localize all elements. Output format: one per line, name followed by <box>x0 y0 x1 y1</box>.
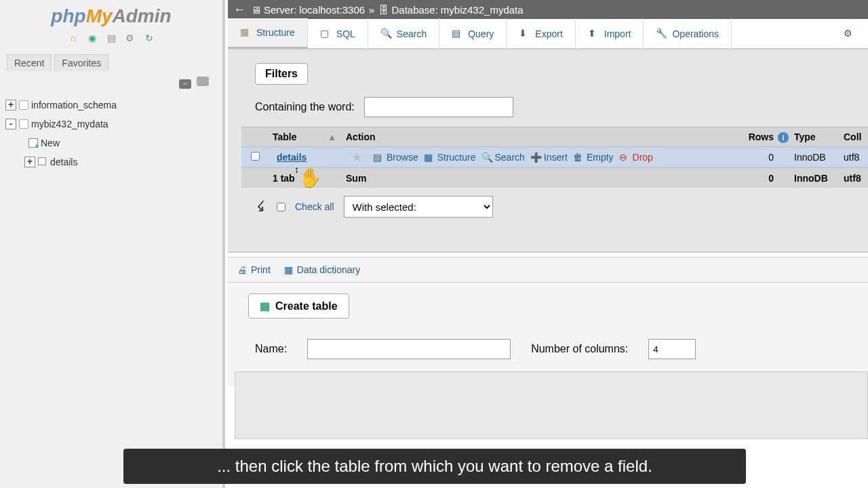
table-name-input[interactable] <box>307 339 511 359</box>
col-type[interactable]: Type <box>790 131 841 142</box>
collapse-icon[interactable]: − <box>179 79 191 89</box>
collapse-icon[interactable]: - <box>5 119 16 129</box>
tree-db-mybiz[interactable]: - mybiz432_mydata <box>5 115 217 134</box>
sum-engine: InnoDB <box>790 173 841 184</box>
tree-new[interactable]: New <box>5 134 217 152</box>
database-icon <box>19 119 28 129</box>
name-label: Name: <box>255 343 287 355</box>
sort-icon[interactable]: ▴ <box>330 131 342 142</box>
tab-import[interactable]: ⬆Import <box>576 18 644 49</box>
sum-rows: 0 <box>730 173 778 184</box>
sidebar-toggles: − <box>0 74 222 92</box>
db-icon: 🗄 <box>378 4 389 16</box>
tab-operations[interactable]: 🔧Operations <box>644 18 731 49</box>
action-empty[interactable]: 🗑Empty <box>573 152 614 163</box>
tab-recent[interactable]: Recent <box>7 54 52 71</box>
server-icon: 🖥 <box>251 4 261 16</box>
action-structure[interactable]: ▦Structure <box>424 152 476 163</box>
tab-label: Export <box>535 28 562 39</box>
below-actions: 🖨Print ▦Data dictionary <box>228 257 868 282</box>
reload-icon[interactable]: ↻ <box>142 33 156 46</box>
browse-icon: ▤ <box>373 152 384 163</box>
logo: phpMyAdmin <box>0 0 222 30</box>
row-count: 0 <box>730 152 778 163</box>
logout-icon[interactable]: ◉ <box>85 33 99 46</box>
tab-structure[interactable]: ▦Structure <box>228 18 308 49</box>
print-icon: 🖨 <box>237 264 247 275</box>
empty-panel <box>235 371 868 439</box>
db-value[interactable]: mybiz432_mydata <box>441 4 524 16</box>
tree-db-information-schema[interactable]: + information_schema <box>5 96 217 115</box>
row-engine: InnoDB <box>790 152 841 163</box>
gear-icon: ⚙ <box>844 28 856 40</box>
logo-my: My <box>86 5 113 26</box>
back-icon[interactable]: ← <box>233 3 245 17</box>
tab-query[interactable]: ▤Query <box>439 18 507 49</box>
row-checkbox[interactable] <box>251 152 260 161</box>
filter-input[interactable] <box>364 97 513 117</box>
query-icon: ▤ <box>452 28 464 40</box>
tab-sql[interactable]: ▢SQL <box>308 18 368 49</box>
new-label: New <box>41 138 60 148</box>
sidebar-tabs: Recent Favorites <box>0 52 222 74</box>
tab-favorites[interactable]: Favorites <box>54 54 108 71</box>
print-link[interactable]: 🖨Print <box>237 264 271 275</box>
link-icon[interactable] <box>197 77 209 86</box>
action-drop[interactable]: ⊖Drop <box>619 152 653 163</box>
server-value[interactable]: localhost:3306 <box>299 4 365 16</box>
settings-icon[interactable]: ⚙ <box>123 33 137 46</box>
action-browse[interactable]: ▤Browse <box>373 152 418 163</box>
db-tree: + information_schema - mybiz432_mydata N… <box>0 92 222 171</box>
drop-icon: ⊖ <box>619 152 630 163</box>
tab-label: Structure <box>256 27 295 38</box>
action-insert[interactable]: ➕Insert <box>530 152 568 163</box>
col-rows[interactable]: Rows <box>730 131 778 142</box>
db-label: Database: <box>391 4 437 16</box>
tab-export[interactable]: ⬇Export <box>507 18 575 49</box>
tab-search[interactable]: 🔍Search <box>368 18 439 49</box>
sep: » <box>369 4 374 16</box>
main-tabs: ▦Structure ▢SQL 🔍Search ▤Query ⬇Export ⬆… <box>228 19 868 49</box>
checkall-label[interactable]: Check all <box>295 201 334 212</box>
col-coll[interactable]: Coll <box>841 131 868 142</box>
expand-icon[interactable]: + <box>5 100 16 110</box>
database-icon <box>19 100 28 110</box>
tree-table-details[interactable]: + details <box>5 152 217 171</box>
dict-icon: ▦ <box>284 264 293 275</box>
rows-info[interactable]: i <box>778 131 790 143</box>
breadcrumb: ← 🖥 Server: localhost:3306 » 🗄 Database:… <box>228 0 868 19</box>
tutorial-tooltip: ... then click the table from which you … <box>123 449 746 484</box>
logo-admin: Admin <box>113 5 172 26</box>
favorite-icon[interactable]: ★ <box>346 150 368 165</box>
export-icon: ⬇ <box>519 28 531 40</box>
data-dictionary-link[interactable]: ▦Data dictionary <box>284 264 360 275</box>
docs-icon[interactable]: ▤ <box>104 33 118 46</box>
num-columns-input[interactable] <box>648 339 696 359</box>
import-icon: ⬆ <box>588 28 600 40</box>
sidebar: phpMyAdmin ⌂ ◉ ▤ ⚙ ↻ Recent Favorites − … <box>0 0 225 488</box>
checkall-checkbox[interactable] <box>277 203 285 211</box>
arrow-up-icon: ↳ <box>251 196 272 217</box>
structure-icon: ▦ <box>240 26 252 39</box>
sum-coll: utf8 <box>841 173 868 184</box>
logo-php: php <box>51 5 85 26</box>
empty-icon: 🗑 <box>573 152 584 163</box>
col-action: Action <box>342 131 730 142</box>
checkall-row: ↳ Check all With selected: <box>241 188 868 226</box>
insert-icon: ➕ <box>530 152 541 163</box>
operations-icon: 🔧 <box>656 28 668 40</box>
home-icon[interactable]: ⌂ <box>66 33 80 46</box>
tab-more[interactable]: ⚙ <box>831 18 868 49</box>
expand-icon[interactable]: + <box>24 157 35 167</box>
row-collation: utf8 <box>841 152 868 163</box>
table-row: details ★ ▤Browse ▦Structure 🔍Search ➕In… <box>241 147 868 167</box>
col-table[interactable]: Table <box>269 131 330 142</box>
table-label: details <box>50 157 77 167</box>
with-selected-dropdown[interactable]: With selected: <box>344 196 493 218</box>
server-label: Server: <box>264 4 296 16</box>
action-search[interactable]: 🔍Search <box>481 152 525 163</box>
sum-label: Sum <box>342 173 730 184</box>
info-icon: i <box>778 132 789 143</box>
tab-label: SQL <box>336 28 355 39</box>
table-name-link[interactable]: details <box>273 152 307 163</box>
